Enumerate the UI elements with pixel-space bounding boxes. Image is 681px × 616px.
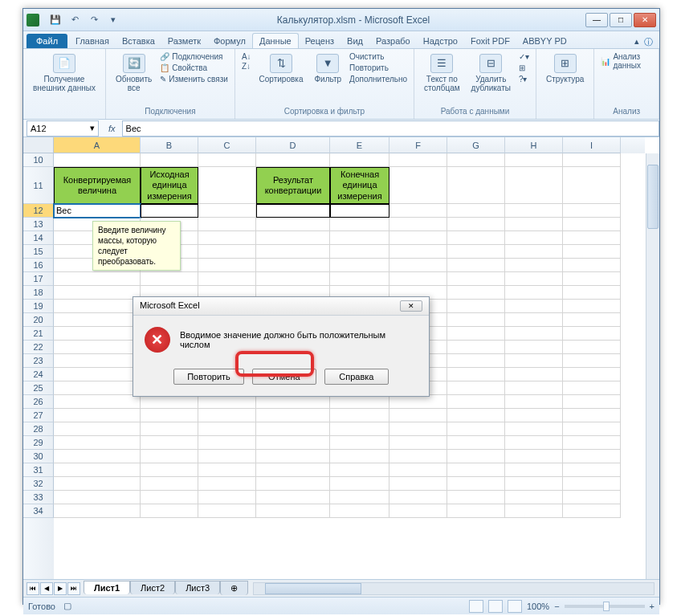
cell-G31[interactable] (447, 463, 505, 477)
properties-button[interactable]: 📋Свойства (160, 63, 228, 72)
cell-D12[interactable] (256, 204, 330, 218)
cell-A24[interactable] (54, 368, 141, 381)
cell-G23[interactable] (447, 354, 505, 368)
cell-E11[interactable]: Конечная единица измерения (330, 167, 389, 204)
cell-G20[interactable] (447, 313, 505, 327)
row-header-20[interactable]: 20 (23, 313, 54, 327)
cell-I14[interactable] (563, 231, 621, 245)
row-header-16[interactable]: 16 (23, 259, 54, 272)
row-header-32[interactable]: 32 (23, 477, 54, 491)
cell-F14[interactable] (389, 231, 447, 245)
tab-nav-last[interactable]: ⏭ (67, 582, 80, 595)
cell-H20[interactable] (505, 313, 563, 327)
cell-G16[interactable] (447, 259, 505, 272)
macro-icon[interactable]: ▢ (63, 601, 71, 611)
cell-I17[interactable] (563, 272, 621, 286)
tab-nav-next[interactable]: ▶ (54, 582, 67, 595)
cell-G25[interactable] (447, 381, 505, 395)
cell-C29[interactable] (198, 436, 256, 450)
cell-I15[interactable] (563, 245, 621, 259)
horizontal-scrollbar[interactable] (253, 582, 654, 595)
sheet-tab-1[interactable]: Лист1 (84, 581, 130, 594)
sheet-tab-3[interactable]: Лист3 (175, 581, 220, 594)
cell-E32[interactable] (330, 477, 389, 491)
cell-A25[interactable] (54, 381, 141, 395)
cell-D16[interactable] (256, 259, 330, 272)
col-header-C[interactable]: C (198, 137, 256, 153)
cell-H23[interactable] (505, 354, 563, 368)
minimize-button[interactable]: — (585, 13, 608, 27)
col-header-B[interactable]: B (141, 137, 198, 153)
row-header-15[interactable]: 15 (23, 245, 54, 259)
cell-A18[interactable] (54, 286, 141, 300)
sort-za-button[interactable]: Z↓ (242, 62, 251, 71)
cell-A17[interactable] (54, 272, 141, 286)
cell-G32[interactable] (447, 477, 505, 491)
select-all-corner[interactable] (23, 137, 54, 153)
close-button[interactable]: ✕ (634, 13, 656, 27)
cell-I34[interactable] (563, 504, 621, 518)
validation-button[interactable]: ✓▾ (519, 52, 529, 61)
data-analysis-button[interactable]: 📊Анализ данных (601, 52, 652, 70)
col-header-A[interactable]: A (54, 137, 141, 153)
cell-G30[interactable] (447, 450, 505, 463)
cell-C34[interactable] (198, 504, 256, 518)
cell-I11[interactable] (563, 167, 621, 204)
cell-G15[interactable] (447, 245, 505, 259)
cell-D10[interactable] (256, 153, 330, 167)
cell-B10[interactable] (141, 153, 198, 167)
cell-E34[interactable] (330, 504, 389, 518)
col-header-D[interactable]: D (256, 137, 330, 153)
horizontal-scroll-thumb[interactable] (265, 583, 361, 594)
cell-H17[interactable] (505, 272, 563, 286)
cell-E33[interactable] (330, 491, 389, 504)
col-header-I[interactable]: I (563, 137, 621, 153)
zoom-level[interactable]: 100% (527, 602, 549, 611)
reapply-button[interactable]: Повторить (349, 63, 407, 72)
cell-G29[interactable] (447, 436, 505, 450)
save-button[interactable]: 💾 (47, 12, 63, 28)
cell-E26[interactable] (330, 395, 389, 409)
row-header-22[interactable]: 22 (23, 341, 54, 354)
col-header-E[interactable]: E (330, 137, 389, 153)
cell-I32[interactable] (563, 477, 621, 491)
cell-A19[interactable] (54, 300, 141, 313)
cell-H11[interactable] (505, 167, 563, 204)
col-header-F[interactable]: F (389, 137, 447, 153)
cell-H24[interactable] (505, 368, 563, 381)
whatif-button[interactable]: ?▾ (519, 75, 529, 84)
cancel-button[interactable]: Отмена (252, 369, 316, 385)
cell-H19[interactable] (505, 300, 563, 313)
cell-C12[interactable] (198, 204, 256, 218)
sort-button[interactable]: ⇅ Сортировка (256, 52, 307, 85)
cell-H10[interactable] (505, 153, 563, 167)
tab-developer[interactable]: Разрабо (369, 34, 417, 48)
name-box[interactable]: A12▾ (27, 120, 99, 137)
row-header-19[interactable]: 19 (23, 300, 54, 313)
cell-B30[interactable] (141, 450, 198, 463)
tab-layout[interactable]: Разметк (161, 34, 207, 48)
cell-D27[interactable] (256, 409, 330, 422)
cell-H28[interactable] (505, 422, 563, 436)
cell-B12[interactable] (141, 204, 198, 218)
tab-foxit[interactable]: Foxit PDF (464, 34, 516, 48)
cell-G26[interactable] (447, 395, 505, 409)
cell-I18[interactable] (563, 286, 621, 300)
cell-H29[interactable] (505, 436, 563, 450)
cell-A21[interactable] (54, 327, 141, 341)
consolidate-button[interactable]: ⊞ (519, 63, 529, 72)
cell-I31[interactable] (563, 463, 621, 477)
cell-E27[interactable] (330, 409, 389, 422)
cell-G10[interactable] (447, 153, 505, 167)
file-tab[interactable]: Файл (27, 34, 67, 48)
refresh-all-button[interactable]: 🔄 Обновить все (112, 52, 155, 94)
cell-I25[interactable] (563, 381, 621, 395)
cell-G24[interactable] (447, 368, 505, 381)
tab-review[interactable]: Реценз (299, 34, 340, 48)
cell-E10[interactable] (330, 153, 389, 167)
cell-D31[interactable] (256, 463, 330, 477)
cell-B28[interactable] (141, 422, 198, 436)
cell-F27[interactable] (389, 409, 447, 422)
cell-H22[interactable] (505, 341, 563, 354)
cell-A28[interactable] (54, 422, 141, 436)
